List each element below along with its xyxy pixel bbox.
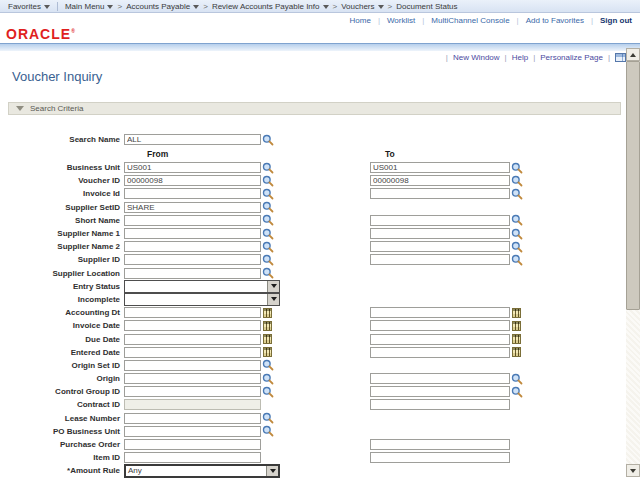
header-link-home[interactable]: Home (350, 16, 371, 25)
search-criteria-section-header[interactable]: Search Criteria (8, 102, 621, 115)
breadcrumb-item-review-accounts-payable-info[interactable]: Review Accounts Payable Info (212, 2, 329, 11)
invoice-id-from-lookup-magnifier-icon[interactable] (262, 188, 274, 200)
due-date-from-input[interactable] (124, 334, 261, 345)
scrollbar-thumb[interactable] (626, 61, 640, 310)
entered-date-to-calendar-icon[interactable] (512, 347, 521, 357)
po-business-unit-from-lookup-magnifier-icon[interactable] (262, 425, 274, 437)
accounting-dt-to-calendar-icon[interactable] (512, 308, 521, 318)
short-name-from-lookup-magnifier-icon[interactable] (262, 214, 274, 226)
supplier-name-1-to-input[interactable] (370, 228, 510, 239)
due-date-from-calendar-icon[interactable] (263, 334, 272, 344)
voucher-id-from-lookup-magnifier-icon[interactable] (262, 175, 274, 187)
personalize-layout-grid-icon[interactable] (615, 53, 626, 62)
dropdown-arrow-button[interactable] (266, 466, 278, 476)
supplier-name-2-to-input[interactable] (370, 241, 510, 252)
supplier-id-to-lookup-magnifier-icon[interactable] (511, 254, 523, 266)
invoice-id-to-input[interactable] (370, 188, 510, 199)
voucher-id-from-input[interactable] (124, 175, 261, 186)
entered-date-to-input[interactable] (370, 347, 510, 358)
business-unit-from-input[interactable] (124, 162, 261, 173)
invoice-id-from-input[interactable] (124, 188, 261, 199)
scroll-down-button[interactable] (626, 464, 640, 477)
invoice-date-to-input[interactable] (370, 320, 510, 331)
supplier-location-from-lookup-magnifier-icon[interactable] (262, 267, 274, 279)
breadcrumb-item-document-status[interactable]: Document Status (396, 2, 457, 11)
header-link-multichannel-console[interactable]: MultiChannel Console (431, 16, 509, 25)
supplier-id-to-input[interactable] (370, 254, 510, 265)
origin-set-id-from-lookup-magnifier-icon[interactable] (262, 359, 274, 371)
business-unit-to-lookup-magnifier-icon[interactable] (511, 162, 523, 174)
item-id-from-input[interactable] (124, 452, 261, 463)
voucher-id-to-input[interactable] (370, 175, 510, 186)
header-link-worklist[interactable]: Worklist (387, 16, 415, 25)
supplier-name-2-to-lookup-magnifier-icon[interactable] (511, 241, 523, 253)
invoice-date-to-calendar-icon[interactable] (512, 321, 521, 331)
item-id-to-input[interactable] (370, 452, 510, 463)
amount-rule-from-cell: Any (124, 464, 370, 478)
dropdown-arrow-button[interactable] (267, 281, 279, 292)
search-name-lookup-magnifier-icon[interactable] (262, 134, 274, 146)
dropdown-arrow-button[interactable] (267, 294, 279, 305)
entry-status-from-select[interactable] (124, 280, 280, 293)
breadcrumb-item-accounts-payable[interactable]: Accounts Payable (126, 2, 199, 11)
accounting-dt-from-calendar-icon[interactable] (263, 308, 272, 318)
supplier-name-2-from-lookup-magnifier-icon[interactable] (262, 241, 274, 253)
origin-to-lookup-magnifier-icon[interactable] (511, 373, 523, 385)
search-name-input[interactable] (124, 134, 261, 145)
form-row-origin: Origin (0, 372, 523, 385)
supplier-name-1-from-lookup-magnifier-icon[interactable] (262, 228, 274, 240)
purchase-order-to-input[interactable] (370, 439, 510, 450)
control-group-id-from-lookup-magnifier-icon[interactable] (262, 386, 274, 398)
business-unit-from-cell (124, 162, 370, 174)
invoice-id-to-lookup-magnifier-icon[interactable] (511, 188, 523, 200)
short-name-to-lookup-magnifier-icon[interactable] (511, 214, 523, 226)
breadcrumb-item-favorites[interactable]: Favorites (8, 2, 50, 11)
supplier-name-1-to-lookup-magnifier-icon[interactable] (511, 228, 523, 240)
invoice-date-from-input[interactable] (124, 320, 261, 331)
origin-from-input[interactable] (124, 373, 261, 384)
breadcrumb-item-main-menu[interactable]: Main Menu (65, 2, 114, 11)
due-date-to-input[interactable] (370, 334, 510, 345)
due-date-to-calendar-icon[interactable] (512, 334, 521, 344)
invoice-date-from-calendar-icon[interactable] (263, 321, 272, 331)
supplier-setid-from-lookup-magnifier-icon[interactable] (262, 201, 274, 213)
business-unit-from-lookup-magnifier-icon[interactable] (262, 162, 274, 174)
amount-rule-from-select[interactable]: Any (124, 464, 280, 478)
entered-date-from-input[interactable] (124, 347, 261, 358)
short-name-to-input[interactable] (370, 215, 510, 226)
control-group-id-from-input[interactable] (124, 386, 261, 397)
po-business-unit-from-input[interactable] (124, 426, 261, 437)
accounting-dt-from-input[interactable] (124, 307, 261, 318)
lease-number-from-lookup-magnifier-icon[interactable] (262, 412, 274, 424)
vertical-scrollbar[interactable] (626, 48, 640, 477)
lease-number-from-input[interactable] (124, 413, 261, 424)
voucher-id-to-lookup-magnifier-icon[interactable] (511, 175, 523, 187)
sign-out-link[interactable]: Sign out (600, 16, 632, 25)
accounting-dt-to-input[interactable] (370, 307, 510, 318)
supplier-id-from-lookup-magnifier-icon[interactable] (262, 254, 274, 266)
control-group-id-to-input[interactable] (370, 386, 510, 397)
purchase-order-from-input[interactable] (124, 439, 261, 450)
pagebar-link-new-window[interactable]: New Window (453, 53, 500, 62)
pagebar-link-help[interactable]: Help (512, 53, 528, 62)
origin-set-id-from-input[interactable] (124, 360, 261, 371)
supplier-id-from-input[interactable] (124, 254, 261, 265)
supplier-name-1-from-input[interactable] (124, 228, 261, 239)
business-unit-to-input[interactable] (370, 162, 510, 173)
pagebar-link-personalize-page[interactable]: Personalize Page (540, 53, 603, 62)
origin-from-lookup-magnifier-icon[interactable] (262, 373, 274, 385)
business-unit-to-cell (370, 162, 523, 174)
control-group-id-to-lookup-magnifier-icon[interactable] (511, 386, 523, 398)
short-name-from-input[interactable] (124, 215, 261, 226)
breadcrumb-item-vouchers[interactable]: Vouchers (341, 2, 383, 11)
supplier-name-2-from-input[interactable] (124, 241, 261, 252)
supplier-setid-from-input[interactable] (124, 202, 261, 213)
incomplete-from-select[interactable] (124, 293, 280, 306)
scroll-up-button[interactable] (626, 48, 640, 61)
contract-id-from-input[interactable] (124, 399, 261, 410)
origin-to-input[interactable] (370, 373, 510, 384)
entered-date-from-calendar-icon[interactable] (263, 347, 272, 357)
header-link-add-to-favorites[interactable]: Add to Favorites (526, 16, 584, 25)
supplier-location-from-input[interactable] (124, 268, 261, 279)
contract-id-to-input[interactable] (370, 399, 510, 410)
